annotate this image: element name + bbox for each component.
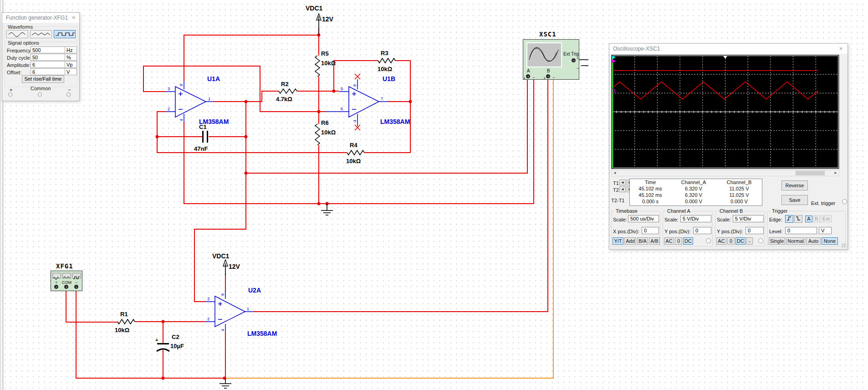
channel-a-ac-button[interactable]: AC (664, 237, 674, 245)
single-trigger-button[interactable]: Single (769, 237, 785, 245)
ground-top[interactable] (321, 204, 333, 215)
timebase-scale-input[interactable]: 500 us/Div (628, 215, 659, 222)
channel-a-dc-button[interactable]: DC (683, 237, 693, 245)
duty-cycle-unit[interactable]: % (65, 54, 77, 61)
yt-mode-button[interactable]: Y/T (613, 237, 623, 245)
trigger-label: Trigger (771, 208, 789, 214)
scroll-right-icon[interactable]: ► (832, 170, 839, 176)
svg-text:U1B: U1B (383, 75, 395, 82)
amplitude-unit[interactable]: Vp (65, 61, 77, 68)
trigger-source-ext-button[interactable]: Ext (821, 216, 832, 222)
channel-b-minus-button[interactable]: - (746, 237, 753, 245)
svg-text:4: 4 (179, 119, 184, 121)
offset-unit[interactable]: V (65, 68, 77, 75)
xfg1-instrument-icon[interactable]: XFG1 + COM − (51, 271, 82, 291)
svg-text:6: 6 (341, 107, 343, 111)
timebase-group: Timebase Scale: 500 us/Div X pos.(Div): … (611, 211, 660, 246)
xfg1-plus-terminal[interactable] (54, 285, 58, 289)
ba-mode-button[interactable]: B/A (637, 237, 648, 245)
xfg1-minus-terminal[interactable] (74, 285, 78, 289)
ground-bottom[interactable] (220, 378, 231, 388)
svg-text:U1A: U1A (207, 75, 220, 82)
amplitude-input[interactable]: 6 (31, 61, 65, 68)
opamp-U1A[interactable]: 3 2 1 8 4 U1A LM358AM (165, 75, 229, 125)
channel-b-radio[interactable] (758, 238, 763, 243)
common-minus-label: − (68, 87, 71, 92)
vdc1-bottom-source[interactable]: VDC1 12V (212, 252, 240, 275)
trigger-group: Trigger Edge: A B Ext Level: 0 V Single … (767, 211, 846, 246)
resistor-R6[interactable]: R6 10kΩ (315, 119, 336, 145)
rising-edge-icon[interactable] (785, 215, 793, 223)
measurement-table: Time Channel_A Channel_B 45.102 ms 6.320… (629, 179, 762, 206)
square-wave-button[interactable] (54, 30, 76, 38)
wires-red[interactable] (66, 27, 548, 378)
xsc1-b-terminal[interactable] (546, 74, 550, 78)
fg-minus-terminal[interactable] (66, 92, 71, 97)
svg-text:10kΩ: 10kΩ (115, 327, 129, 334)
channel-b-dc-button[interactable]: DC (735, 237, 745, 245)
frequency-input[interactable]: 500 (31, 46, 65, 53)
close-icon[interactable]: × (70, 14, 77, 22)
svg-text:LM358AM: LM358AM (199, 118, 229, 125)
vdc1-top-source[interactable]: VDC1 12V (306, 5, 334, 35)
offset-input[interactable]: 6 (31, 68, 65, 75)
channel-b-scale-input[interactable]: 5 V/Div (733, 215, 764, 222)
xfg1-com-terminal[interactable] (64, 285, 68, 289)
resistor-R4[interactable]: R4 10kΩ (346, 142, 364, 164)
channel-b-terminal-label: B (547, 68, 550, 73)
scroll-left-icon[interactable]: ◄ (612, 170, 618, 176)
resistor-R3[interactable]: R3 10kΩ (378, 50, 395, 72)
sine-wave-button[interactable] (6, 30, 28, 38)
svg-text:10kΩ: 10kΩ (321, 60, 336, 67)
resistor-R5[interactable]: R5 10kΩ (315, 50, 336, 77)
resistor-R1[interactable]: R1 10kΩ (115, 311, 135, 334)
trigger-level-input[interactable]: 0 (785, 227, 817, 234)
xsc1-a-terminal[interactable] (526, 74, 530, 78)
resize-grip[interactable] (842, 243, 846, 248)
channel-a-scale-input[interactable]: 5 V/Div (680, 215, 711, 222)
svg-text:R4: R4 (350, 142, 357, 149)
ext-trigger-label: Ext. trigger (811, 200, 835, 206)
resistor-R2[interactable]: R2 4.7kΩ (276, 81, 297, 103)
fg-common-terminal[interactable] (38, 92, 42, 97)
timebase-label: Timebase (614, 208, 639, 214)
trigger-source-b-button[interactable]: B (813, 216, 820, 222)
auto-trigger-button[interactable]: Auto (806, 237, 821, 245)
normal-trigger-button[interactable]: Normal (786, 237, 805, 245)
channel-b-ypos-input[interactable]: 0 (745, 227, 764, 234)
trigger-source-a-button[interactable]: A (805, 216, 812, 222)
channel-a-radio[interactable] (706, 238, 711, 243)
display-scrollbar[interactable]: ◄ ► (611, 170, 839, 176)
ab-mode-button[interactable]: A/B (649, 237, 660, 245)
save-button[interactable]: Save (781, 195, 808, 205)
reverse-button[interactable]: Reverse (781, 180, 808, 190)
duty-cycle-input[interactable]: 50 (31, 54, 65, 61)
frequency-unit[interactable]: Hz (65, 46, 77, 53)
t2-left-button[interactable]: ◄ (619, 186, 626, 192)
triangle-wave-button[interactable] (30, 30, 52, 38)
a-minus: − (532, 75, 535, 80)
set-rise-fall-time-button[interactable]: Set rise/Fall time (22, 75, 64, 83)
fg-plus-terminal[interactable] (8, 92, 12, 97)
svg-text:2: 2 (207, 317, 209, 321)
channel-a-ypos-input[interactable]: 0 (693, 227, 711, 234)
timebase-xpos-input[interactable]: 0 (642, 227, 659, 234)
channel-b-label: Channel B (718, 208, 744, 214)
add-mode-button[interactable]: Add (624, 237, 636, 245)
xsc1-ext-trig-terminal[interactable] (572, 58, 576, 62)
channel-b-zero-button[interactable]: 0 (727, 237, 735, 245)
col-channel-b: Channel_B (716, 179, 762, 185)
capacitor-C2[interactable]: + C2 10µF (155, 334, 184, 351)
svg-text:R5: R5 (321, 50, 329, 57)
t1-left-button[interactable]: ◄ (619, 180, 626, 185)
ext-trigger-radio[interactable] (842, 199, 847, 204)
capacitor-C1[interactable]: C1 47nF (194, 123, 208, 152)
falling-edge-icon[interactable] (794, 215, 802, 223)
none-trigger-button[interactable]: None (822, 237, 838, 245)
channel-b-ac-button[interactable]: AC (716, 237, 726, 245)
close-icon[interactable]: × (837, 45, 845, 53)
xsc1-instrument-icon[interactable]: XSC1 Ext Trig + − A B + − + − (523, 39, 579, 80)
channel-a-zero-button[interactable]: 0 (675, 237, 682, 245)
scrollbar-thumb[interactable] (796, 171, 825, 175)
trigger-level-unit[interactable]: V (819, 227, 832, 234)
